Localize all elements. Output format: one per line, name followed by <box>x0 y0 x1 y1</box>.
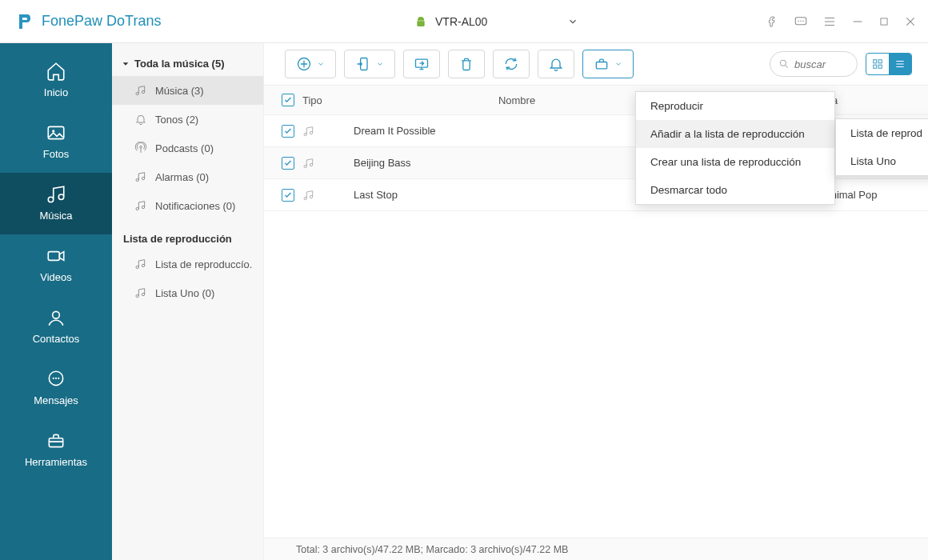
ctx-item-create-playlist[interactable]: Crear una lista de reproducción <box>636 148 834 176</box>
column-header-type[interactable]: Tipo <box>302 94 350 106</box>
sidebar-header[interactable]: Toda la música (5) <box>112 51 263 76</box>
contacts-icon <box>46 307 66 328</box>
sidebar-section-playlists: Lista de reproducción <box>112 220 263 250</box>
music-note-icon <box>302 189 315 202</box>
maximize-icon[interactable] <box>878 16 890 27</box>
bell-icon <box>548 56 564 72</box>
feedback-icon[interactable] <box>794 14 808 29</box>
delete-button[interactable] <box>448 50 485 78</box>
track-name: Dream It Possible <box>350 125 680 137</box>
svg-rect-7 <box>48 252 59 261</box>
nav-item-contactos[interactable]: Contactos <box>0 296 112 358</box>
ctx-item-reproducir[interactable]: Reproducir <box>636 92 834 120</box>
track-artist: Animal Pop <box>824 189 928 201</box>
svg-rect-21 <box>878 60 882 63</box>
svg-rect-23 <box>878 65 882 68</box>
video-icon <box>46 246 66 266</box>
check-icon <box>283 190 293 200</box>
nav-item-mensajes[interactable]: Mensajes <box>0 358 112 419</box>
sidebar-playlist-item[interactable]: Lista Uno (0) <box>112 278 263 307</box>
main-panel: Tipo Nombre sta Dream It Possible <box>264 43 928 560</box>
toolbox-icon <box>46 430 66 451</box>
nav-item-inicio[interactable]: Inicio <box>0 50 112 111</box>
sidebar-item-alarmas[interactable]: Alarmas (0) <box>112 162 263 191</box>
nav-label: Contactos <box>33 333 80 345</box>
search-box[interactable] <box>770 51 858 77</box>
toolbox-icon <box>594 56 610 72</box>
ctx-sub-item[interactable]: Lista Uno <box>836 147 928 175</box>
sidebar-item-label: Notificaciones (0) <box>155 200 235 212</box>
track-name: Last Stop <box>350 189 680 201</box>
ctx-item-uncheck-all[interactable]: Desmarcar todo <box>636 176 834 204</box>
export-to-device-button[interactable] <box>344 50 395 78</box>
nav-label: Mensajes <box>34 394 78 406</box>
nav-item-videos[interactable]: Videos <box>0 234 112 296</box>
nav-label: Herramientas <box>25 456 87 468</box>
sidebar-item-podcasts[interactable]: Podcasts (0) <box>112 134 263 162</box>
music-note-icon <box>134 258 147 270</box>
menu-icon[interactable] <box>822 14 837 29</box>
svg-point-12 <box>58 378 59 379</box>
ctx-sub-item[interactable]: Lista de reprod <box>836 119 928 147</box>
sidebar-item-notificaciones[interactable]: Notificaciones (0) <box>112 191 263 220</box>
status-bar: Total: 3 archivo(s)/47.22 MB; Marcado: 3… <box>264 538 928 560</box>
device-selector[interactable]: VTR-AL00 <box>270 15 766 28</box>
svg-rect-5 <box>48 126 64 138</box>
app-title: FonePaw DoTrans <box>42 13 161 30</box>
chevron-down-icon <box>317 60 325 68</box>
export-pc-icon <box>414 56 430 72</box>
row-checkbox[interactable] <box>282 189 294 202</box>
column-header-artist[interactable]: sta <box>824 94 928 106</box>
grid-view-button[interactable] <box>866 54 889 74</box>
minimize-icon[interactable] <box>851 15 864 28</box>
bell-icon <box>134 113 147 126</box>
search-icon <box>778 58 790 70</box>
sidebar-playlist-item[interactable]: Lista de reproduccío. <box>112 250 263 278</box>
sidebar-item-musica[interactable]: Música (3) <box>112 76 263 105</box>
add-button[interactable] <box>285 50 336 78</box>
context-menu: Reproducir Añadir a la lista de reproduc… <box>635 91 835 205</box>
row-checkbox[interactable] <box>282 125 294 138</box>
ctx-item-add-to-playlist[interactable]: Añadir a la lista de reproducción <box>636 120 834 148</box>
home-icon <box>46 61 66 82</box>
row-checkbox[interactable] <box>282 157 294 170</box>
music-note-icon <box>302 125 315 138</box>
svg-point-10 <box>53 378 54 379</box>
sidebar-item-tonos[interactable]: Tonos (2) <box>112 105 263 134</box>
list-view-button[interactable] <box>889 54 911 74</box>
select-all-checkbox[interactable] <box>282 94 294 106</box>
svg-point-2 <box>800 20 802 22</box>
context-submenu: Lista de reprod Lista Uno <box>835 118 928 176</box>
export-phone-icon <box>355 56 371 72</box>
check-icon <box>283 158 293 168</box>
nav-item-herramientas[interactable]: Herramientas <box>0 419 112 481</box>
title-bar: FonePaw DoTrans VTR-AL00 <box>0 0 928 43</box>
plus-circle-icon <box>296 56 312 72</box>
chevron-down-icon <box>376 60 384 68</box>
set-ringtone-button[interactable] <box>538 50 574 78</box>
export-to-pc-button[interactable] <box>403 50 440 78</box>
toolbar <box>264 43 928 85</box>
nav-item-musica[interactable]: Música <box>0 173 112 234</box>
view-toggle[interactable] <box>866 53 912 75</box>
music-note-icon <box>134 170 147 183</box>
close-icon[interactable] <box>904 15 917 28</box>
svg-point-14 <box>140 146 142 148</box>
music-note-icon <box>134 84 147 97</box>
nav-item-fotos[interactable]: Fotos <box>0 111 112 173</box>
facebook-icon[interactable] <box>766 15 779 28</box>
svg-point-8 <box>53 311 60 318</box>
list-icon <box>894 58 906 70</box>
search-input[interactable] <box>794 58 846 70</box>
status-text: Total: 3 archivo(s)/47.22 MB; Marcado: 3… <box>296 544 568 555</box>
column-header-name[interactable]: Nombre <box>350 94 680 106</box>
sidebar-item-label: Tonos (2) <box>155 114 198 126</box>
music-note-icon <box>134 286 147 299</box>
sidebar-item-label: Música (3) <box>155 85 204 97</box>
sidebar-item-label: Lista de reproduccío. <box>155 258 252 270</box>
nav-label: Videos <box>40 271 72 283</box>
more-actions-button[interactable] <box>582 50 634 78</box>
nav-label: Música <box>39 210 72 222</box>
android-icon <box>414 15 427 28</box>
refresh-button[interactable] <box>493 50 530 78</box>
